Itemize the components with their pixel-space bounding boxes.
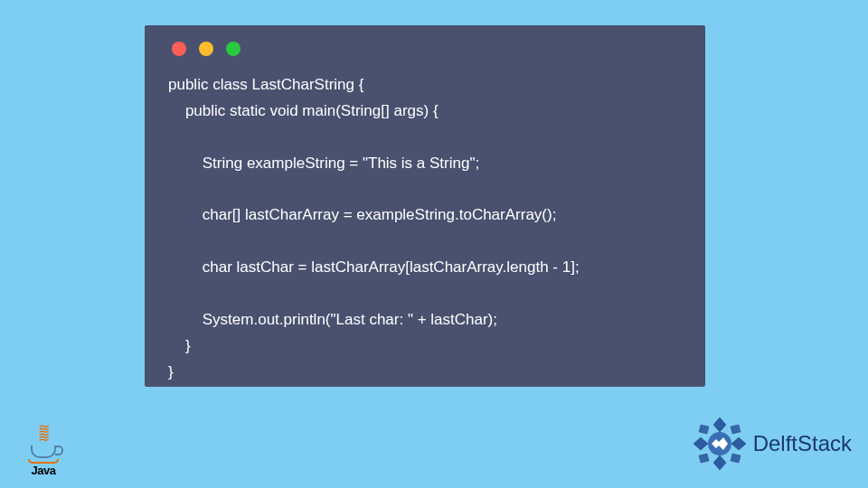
delftstack-label: DelftStack: [753, 431, 852, 456]
svg-marker-1: [713, 455, 726, 470]
java-steam-icon: ≋≋: [20, 425, 67, 442]
code-window: public class LastCharString { public sta…: [145, 25, 705, 387]
java-logo: ≋≋ Java: [20, 425, 67, 477]
java-cup-icon: [31, 446, 56, 458]
svg-marker-5: [731, 425, 741, 434]
delftstack-logo: DelftStack: [692, 416, 852, 472]
code-line: public class LastCharString {: [168, 76, 363, 93]
code-line: char[] lastCharArray = exampleString.toC…: [168, 206, 556, 223]
code-line: }: [168, 363, 174, 380]
minimize-dot: [199, 42, 213, 56]
maximize-dot: [226, 42, 241, 56]
svg-marker-6: [699, 454, 709, 463]
svg-marker-7: [731, 454, 741, 463]
svg-marker-0: [713, 418, 726, 432]
window-controls: [168, 42, 682, 56]
code-line: }: [168, 337, 191, 354]
code-block: public class LastCharString { public sta…: [168, 72, 682, 386]
code-line: System.out.println("Last char: " + lastC…: [168, 311, 497, 328]
code-line: String exampleString = "This is a String…: [168, 155, 479, 172]
close-dot: [172, 42, 186, 56]
svg-marker-3: [731, 437, 746, 450]
delftstack-emblem-icon: [692, 416, 748, 472]
svg-marker-4: [699, 425, 709, 434]
java-label: Java: [20, 464, 67, 477]
code-line: public static void main(String[] args) {: [168, 102, 439, 119]
code-line: char lastChar = lastCharArray[lastCharAr…: [168, 258, 580, 276]
svg-marker-2: [693, 437, 708, 450]
